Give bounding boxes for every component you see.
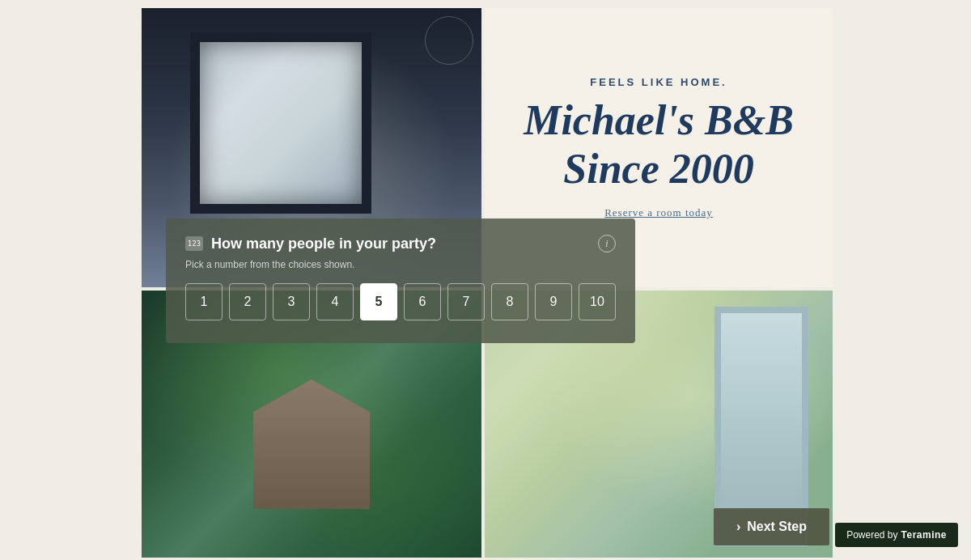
circle-decoration — [425, 16, 473, 65]
number-choices: 12345678910 — [185, 283, 616, 320]
choice-btn-3[interactable]: 3 — [273, 283, 310, 320]
choice-btn-7[interactable]: 7 — [447, 283, 485, 320]
hotel-tagline: FEELS LIKE HOME. — [590, 76, 727, 88]
powered-by-badge: Powered by Teramine — [835, 523, 958, 547]
choice-btn-8[interactable]: 8 — [491, 283, 528, 320]
next-step-label: Next Step — [747, 520, 807, 534]
choice-btn-5[interactable]: 5 — [360, 283, 397, 320]
question-text: How many people in your party? — [211, 235, 436, 252]
next-step-arrow: › — [736, 520, 740, 534]
powered-by-prefix: Powered by — [846, 529, 897, 541]
choice-btn-4[interactable]: 4 — [316, 283, 354, 320]
next-step-button[interactable]: › Next Step — [714, 508, 829, 545]
choice-btn-1[interactable]: 1 — [185, 283, 223, 320]
choice-btn-10[interactable]: 10 — [579, 283, 616, 320]
info-icon[interactable]: i — [598, 235, 616, 252]
question-overlay: 123 How many people in your party? i Pic… — [166, 218, 635, 343]
question-type-icon: 123 — [185, 236, 203, 251]
choice-btn-2[interactable]: 2 — [229, 283, 266, 320]
powered-by-brand: Teramine — [901, 529, 947, 541]
reserve-link[interactable]: Reserve a room today — [604, 206, 713, 219]
choice-btn-6[interactable]: 6 — [404, 283, 441, 320]
choice-btn-9[interactable]: 9 — [535, 283, 572, 320]
main-container: FEELS LIKE HOME. Michael's B&B Since 200… — [142, 8, 829, 552]
hotel-name: Michael's B&B Since 2000 — [524, 96, 794, 193]
question-header-left: 123 How many people in your party? — [185, 235, 436, 252]
question-header: 123 How many people in your party? i — [185, 235, 616, 252]
question-hint: Pick a number from the choices shown. — [185, 259, 616, 270]
